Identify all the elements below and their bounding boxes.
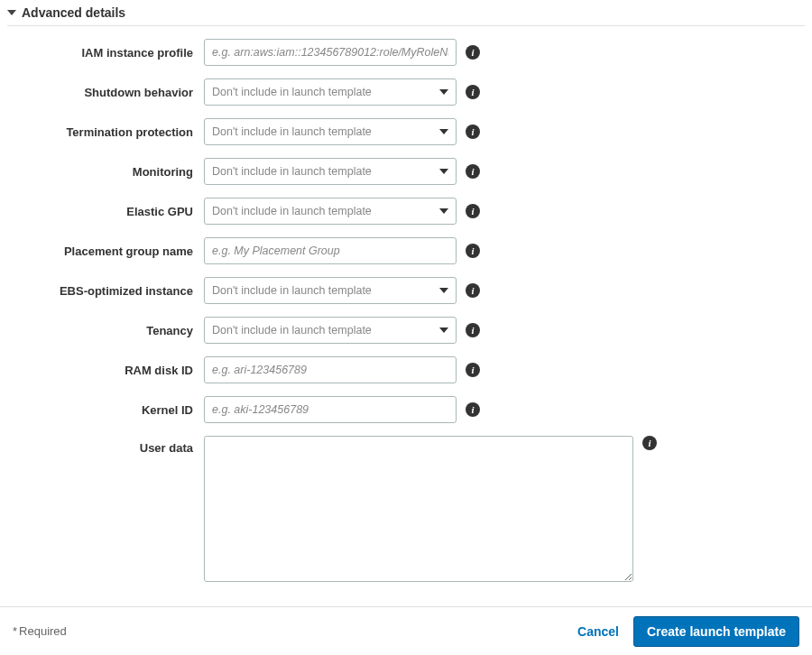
elastic-gpu-value: Don't include in launch template (212, 205, 434, 217)
chevron-down-icon (439, 328, 448, 333)
chevron-down-icon (439, 89, 448, 95)
kernel-id-input-wrap (204, 396, 457, 423)
info-icon[interactable]: i (466, 85, 480, 99)
info-icon[interactable]: i (466, 402, 480, 417)
kernel-id-input[interactable] (212, 403, 448, 416)
ram-disk-id-input[interactable] (212, 364, 448, 376)
termination-protection-select[interactable]: Don't include in launch template (204, 118, 457, 145)
create-launch-template-button[interactable]: Create launch template (633, 616, 799, 647)
monitoring-label: Monitoring (7, 165, 204, 179)
chevron-down-icon (439, 288, 448, 293)
shutdown-behavior-value: Don't include in launch template (212, 86, 434, 98)
advanced-details-toggle[interactable]: Advanced details (7, 4, 805, 26)
shutdown-behavior-select[interactable]: Don't include in launch template (204, 78, 457, 106)
chevron-down-icon (439, 129, 448, 134)
ebs-optimized-select[interactable]: Don't include in launch template (204, 277, 457, 304)
ram-disk-id-label: RAM disk ID (7, 364, 204, 377)
ebs-optimized-value: Don't include in launch template (212, 284, 434, 297)
iam-instance-profile-label: IAM instance profile (7, 46, 204, 60)
ram-disk-id-input-wrap (204, 356, 457, 383)
user-data-label: User data (7, 436, 204, 455)
info-icon[interactable]: i (466, 204, 480, 218)
elastic-gpu-label: Elastic GPU (7, 205, 204, 218)
tenancy-select[interactable]: Don't include in launch template (204, 317, 457, 344)
elastic-gpu-select[interactable]: Don't include in launch template (204, 198, 457, 225)
info-icon[interactable]: i (466, 45, 480, 60)
caret-down-icon (7, 10, 16, 15)
monitoring-select[interactable]: Don't include in launch template (204, 158, 457, 185)
ebs-optimized-label: EBS-optimized instance (7, 284, 204, 298)
tenancy-value: Don't include in launch template (212, 324, 434, 337)
placement-group-input-wrap (204, 237, 457, 264)
cancel-button[interactable]: Cancel (577, 624, 619, 639)
placement-group-input[interactable] (212, 244, 448, 257)
termination-protection-label: Termination protection (7, 125, 204, 139)
info-icon[interactable]: i (642, 436, 657, 450)
iam-instance-profile-input[interactable] (212, 46, 448, 59)
monitoring-value: Don't include in launch template (212, 165, 434, 178)
info-icon[interactable]: i (466, 323, 480, 337)
chevron-down-icon (439, 169, 448, 174)
required-note: *Required (13, 624, 67, 638)
kernel-id-label: Kernel ID (7, 403, 204, 417)
user-data-textarea[interactable] (204, 436, 633, 582)
info-icon[interactable]: i (466, 363, 480, 377)
info-icon[interactable]: i (466, 125, 480, 139)
section-title: Advanced details (22, 5, 125, 20)
placement-group-label: Placement group name (7, 244, 204, 258)
info-icon[interactable]: i (466, 244, 480, 258)
iam-instance-profile-input-wrap (204, 39, 457, 66)
chevron-down-icon (439, 208, 448, 214)
termination-protection-value: Don't include in launch template (212, 125, 434, 138)
shutdown-behavior-label: Shutdown behavior (7, 86, 204, 99)
footer: *Required Cancel Create launch template (0, 606, 812, 655)
info-icon[interactable]: i (466, 164, 480, 179)
info-icon[interactable]: i (466, 283, 480, 298)
tenancy-label: Tenancy (7, 324, 204, 337)
